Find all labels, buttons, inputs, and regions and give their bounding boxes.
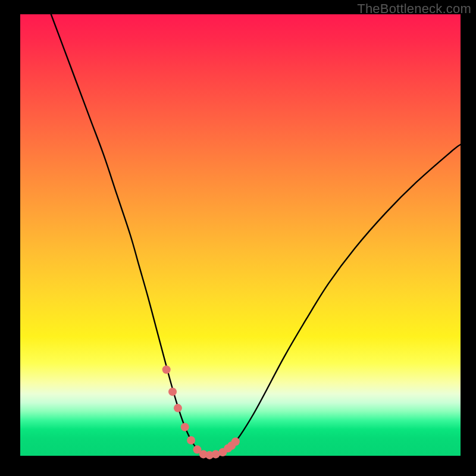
bottleneck-curve: [51, 14, 461, 455]
data-marker: [181, 423, 189, 431]
data-marker: [174, 404, 182, 412]
data-marker: [162, 365, 171, 374]
data-marker: [231, 437, 240, 446]
data-marker: [187, 436, 195, 444]
data-markers: [162, 365, 240, 459]
plot-area: [20, 14, 461, 456]
data-marker: [168, 387, 177, 396]
chart-frame: TheBottleneck.com: [0, 0, 476, 476]
data-marker: [212, 450, 220, 458]
watermark-text: TheBottleneck.com: [357, 1, 471, 17]
chart-svg: [20, 14, 461, 456]
